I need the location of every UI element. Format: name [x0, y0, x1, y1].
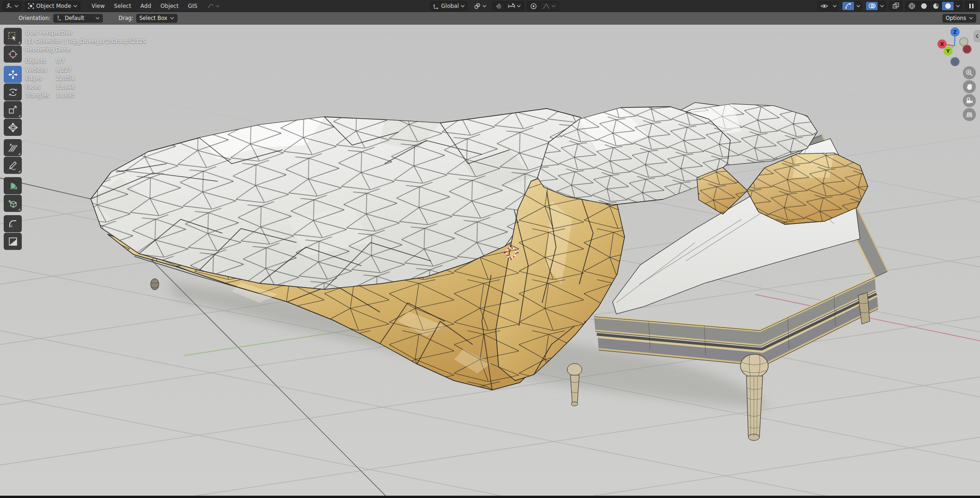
options-button[interactable]: Options	[942, 14, 976, 23]
sidebar-toggle-tab[interactable]	[974, 30, 980, 42]
pivot-point-icon	[474, 3, 481, 10]
viewport-canvas[interactable]	[0, 25, 980, 496]
shading-material-button[interactable]	[930, 2, 942, 10]
tool-rotate[interactable]	[4, 83, 22, 101]
shading-dropdown[interactable]	[954, 2, 961, 10]
shading-wireframe-button[interactable]	[906, 2, 918, 10]
tool-shelf	[4, 28, 22, 250]
orientation-label: Orientation:	[19, 15, 51, 21]
stat-label: Vertices	[25, 67, 56, 73]
tool-scale[interactable]	[4, 101, 22, 118]
tool-extra-arc[interactable]	[4, 215, 22, 232]
pause-render-button[interactable]	[965, 1, 977, 11]
pause-bar	[972, 4, 974, 8]
visibility-group	[817, 1, 839, 11]
gizmos-dropdown[interactable]	[854, 2, 862, 10]
proportional-edit-group	[527, 1, 559, 11]
chevron-down-icon	[880, 5, 884, 7]
pan-button[interactable]	[963, 80, 976, 93]
show-gizmos-toggle[interactable]	[842, 2, 854, 10]
object-type-visibility-button[interactable]	[818, 2, 831, 10]
hand-icon	[966, 83, 973, 90]
chevron-down-icon	[833, 5, 837, 7]
toggle-xray-button[interactable]	[890, 2, 902, 10]
menu-object[interactable]: Object	[157, 2, 182, 10]
xray-icon	[892, 2, 899, 9]
proportional-editing-toggle[interactable]	[528, 2, 540, 10]
axis-y-label: Y	[946, 48, 950, 54]
chevron-down-icon	[969, 17, 973, 19]
tool-select-box[interactable]	[4, 28, 22, 45]
xray-group	[889, 1, 902, 11]
chevron-down-icon	[956, 5, 960, 7]
chevron-left-icon	[975, 34, 979, 38]
extra-tool-dropdown-button[interactable]	[204, 1, 222, 11]
show-overlays-toggle[interactable]	[866, 2, 878, 10]
menu-add[interactable]: Add	[137, 2, 154, 10]
snapping-group	[493, 1, 524, 11]
tool-annotate-lines[interactable]	[4, 139, 22, 156]
gizmo-axis-y[interactable]: Y	[943, 46, 953, 56]
gizmo-axis-x-neg[interactable]	[963, 45, 972, 54]
proportional-editing-icon	[530, 3, 537, 10]
transform-orientation-dropdown[interactable]: Global	[430, 1, 468, 11]
falloff-dropdown[interactable]	[540, 2, 558, 10]
zoom-button[interactable]	[963, 66, 976, 79]
gizmos-group	[842, 1, 862, 11]
navigation-gizmo[interactable]: Z X Y	[934, 26, 977, 68]
tool-notch	[18, 115, 20, 117]
header-right-group	[817, 1, 977, 11]
window-bottom-strip	[0, 496, 980, 498]
shading-solid-button[interactable]	[918, 2, 930, 10]
gizmo-axis-z[interactable]: Z	[950, 27, 960, 37]
visibility-dropdown[interactable]	[831, 2, 838, 10]
camera-view-button[interactable]	[963, 94, 976, 107]
perspective-toggle-button[interactable]	[963, 108, 976, 121]
default-orientation-icon	[57, 15, 62, 21]
pivot-point-dropdown[interactable]	[471, 1, 489, 11]
viewport-3d[interactable]: User Perspective (1) Collection | Top_Du…	[0, 25, 980, 496]
tool-add-cube[interactable]	[4, 195, 22, 212]
tool-notch	[18, 208, 20, 211]
grid-dome-icon	[966, 111, 973, 118]
chevron-down-icon	[95, 17, 100, 19]
tool-cursor[interactable]	[4, 45, 22, 63]
snap-target-dropdown[interactable]	[505, 2, 524, 10]
mode-selector[interactable]: Object Mode	[25, 1, 80, 11]
view-perspective-label: User Perspective	[25, 29, 146, 37]
object-mode-icon	[28, 3, 34, 9]
tool-annotate[interactable]	[4, 157, 22, 174]
scene-statistics: Objects 0/7 Vertices 8,227 Edges 22,056 …	[25, 58, 75, 99]
drag-label: Drag:	[119, 15, 133, 21]
shading-material-icon	[932, 2, 940, 10]
menu-select[interactable]: Select	[111, 2, 134, 10]
tool-measure[interactable]	[4, 177, 22, 194]
overlays-dropdown[interactable]	[878, 2, 885, 10]
tool-settings-bar: Orientation: Default Drag: Select Box Op…	[0, 12, 980, 25]
tool-extra-clip[interactable]	[4, 233, 22, 250]
tool-notch	[18, 170, 20, 172]
curve-icon	[207, 3, 214, 9]
drag-dropdown[interactable]: Select Box	[136, 14, 178, 23]
stat-label: Edges	[25, 75, 56, 82]
editor-type-button[interactable]	[3, 1, 21, 11]
menu-gis[interactable]: GIS	[184, 2, 200, 10]
orientation-value: Global	[441, 3, 459, 9]
gizmo-icon	[845, 2, 852, 9]
axis-x-label: X	[940, 41, 944, 47]
eye-icon	[821, 3, 828, 9]
chevron-down-icon	[14, 5, 19, 7]
menu-view[interactable]: View	[89, 2, 108, 10]
shading-rendered-icon	[944, 2, 952, 10]
orientation-dropdown[interactable]: Default	[53, 14, 103, 23]
chevron-down-icon	[170, 17, 174, 19]
chevron-down-icon	[461, 5, 465, 7]
tool-transform[interactable]	[4, 119, 22, 136]
shading-rendered-button[interactable]	[942, 2, 954, 10]
chevron-down-icon	[482, 5, 487, 7]
gizmo-axis-z-neg[interactable]	[951, 57, 960, 66]
tool-move[interactable]	[4, 66, 22, 83]
chevron-down-icon	[517, 5, 521, 7]
stat-value: 22,056	[56, 75, 75, 82]
snap-magnet-toggle[interactable]	[493, 2, 505, 10]
